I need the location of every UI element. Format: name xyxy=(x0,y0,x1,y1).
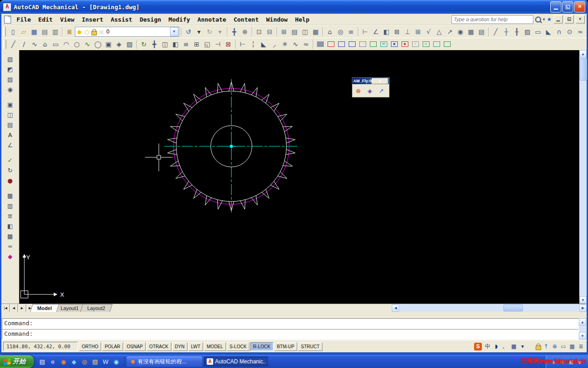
ime-mode-icon[interactable]: ◗ xyxy=(492,343,500,351)
menu-window[interactable]: Window xyxy=(262,15,291,24)
ime-keyboard-icon[interactable]: ▦ xyxy=(510,343,518,351)
arc-icon[interactable]: ◠ xyxy=(61,40,71,49)
text-ixi-icon[interactable]: IXI xyxy=(379,40,389,49)
open-folder-icon[interactable]: ▱ xyxy=(18,27,28,37)
layer-freeze-sun-icon[interactable]: ○ xyxy=(84,27,90,37)
vertical-scrollbar-thumb[interactable] xyxy=(580,58,587,80)
chamfer-tool-icon[interactable]: ◣ xyxy=(543,27,554,37)
am-table-icon[interactable]: ▦ xyxy=(5,190,16,201)
am-options-icon[interactable]: ⊞ xyxy=(279,27,289,37)
save-icon[interactable]: ▦ xyxy=(29,27,39,37)
status-toggle-polar[interactable]: POLAR xyxy=(102,342,123,351)
spline-icon[interactable]: ∿ xyxy=(82,40,92,49)
construction-lines-icon[interactable]: ╱ xyxy=(491,27,501,37)
explode-icon[interactable]: ✳ xyxy=(280,40,290,49)
document-icon[interactable] xyxy=(4,16,11,23)
feature-control-frame-icon[interactable]: ⊞ xyxy=(413,27,423,37)
undo-dropdown-icon[interactable]: ▾ xyxy=(194,27,204,37)
polyline-icon[interactable]: ∿ xyxy=(29,40,40,49)
am-calculations-icon[interactable]: ≡ xyxy=(346,27,356,37)
menu-assist[interactable]: Assist xyxy=(107,15,136,24)
vertical-scrollbar[interactable]: ▲ ▼ xyxy=(579,50,587,304)
am-content-icon[interactable]: ◎ xyxy=(335,27,345,37)
toolbar-grip[interactable] xyxy=(3,40,6,49)
zoom-realtime-icon[interactable]: ⊕ xyxy=(240,27,250,37)
array-icon[interactable]: ⊞ xyxy=(192,40,202,49)
command-scroll-up-button[interactable]: ▲ xyxy=(579,318,586,326)
offset-icon[interactable]: ≡ xyxy=(181,40,191,49)
layer-dropdown-icon[interactable]: ▼ xyxy=(170,27,178,36)
am-fly-titlebar[interactable]: AM_Fly:0 × xyxy=(352,78,389,84)
new-file-icon[interactable]: ▯ xyxy=(8,27,18,37)
status-toggle-dyn[interactable]: DYN xyxy=(172,342,187,351)
viewport-gray-icon[interactable] xyxy=(315,40,325,49)
tab-layout2[interactable]: Layout2 xyxy=(80,304,113,312)
copy-object-icon[interactable]: ◫ xyxy=(160,40,170,49)
comm-center-icon[interactable]: ⊕ xyxy=(551,343,559,351)
grid-red-icon[interactable]: ▦ xyxy=(400,40,410,49)
ime-punctuation-icon[interactable]: 。 xyxy=(501,343,509,351)
am-fly-palette[interactable]: AM_Fly:0 × ⊛◈↗ xyxy=(352,77,390,98)
am-text-icon[interactable]: A xyxy=(5,130,16,140)
search-icon[interactable] xyxy=(535,17,541,23)
am-shade-icon[interactable]: ▩ xyxy=(5,231,16,241)
status-toggle-ortho[interactable]: ORTHO xyxy=(79,342,101,351)
thread-tool-icon[interactable]: ≈ xyxy=(575,27,585,37)
dot-red-icon[interactable]: • xyxy=(410,40,420,49)
fillet-tool-icon[interactable]: ∩ xyxy=(554,27,564,37)
zoom-window-icon[interactable]: ⊡ xyxy=(254,27,264,37)
command-scroll-down-button[interactable]: ▼ xyxy=(579,332,586,339)
viewport-gray-2-icon[interactable] xyxy=(357,40,368,49)
tab-nav-button-0[interactable]: |◀ xyxy=(1,304,10,312)
am-fly-close-button[interactable]: × xyxy=(372,78,388,84)
plot-icon[interactable]: ▤ xyxy=(40,27,50,37)
ellipse-icon[interactable]: ◯ xyxy=(93,40,103,49)
status-toggle-struct[interactable]: STRUCT xyxy=(298,342,322,351)
scroll-down-button[interactable]: ▼ xyxy=(579,296,587,304)
chamfer-icon[interactable]: ◣ xyxy=(259,40,269,49)
power-edit-icon[interactable]: ∠ xyxy=(371,27,381,37)
qq-icon[interactable]: ◉ xyxy=(112,357,121,366)
status-toggle-model[interactable]: MODEL xyxy=(204,342,226,351)
balloon-icon[interactable]: ◉ xyxy=(455,27,465,37)
status-toggle-lwt[interactable]: LWT xyxy=(188,342,203,351)
grid-display-icon[interactable]: ▦ xyxy=(568,343,576,351)
am-list-icon[interactable]: ▥ xyxy=(5,201,16,211)
coordinate-readout[interactable]: 1184.80, 432.42, 0.00 xyxy=(3,342,78,351)
update-arrow-icon[interactable]: ↑ xyxy=(542,343,550,351)
browser-orange-icon[interactable]: ◉ xyxy=(59,357,68,366)
task-button-browser[interactable]: ◉ 有没有画链轮的程... xyxy=(127,356,202,367)
am-copy-icon[interactable]: ▣ xyxy=(5,99,16,109)
tab-nav-button-2[interactable]: ▶ xyxy=(18,304,26,312)
word-icon[interactable]: W xyxy=(101,357,110,366)
power-copy-icon[interactable]: ◧ xyxy=(381,27,391,37)
edit-polyline-icon[interactable]: ∿ xyxy=(290,40,300,49)
toolbar-grip[interactable] xyxy=(3,27,6,36)
media-player-icon[interactable]: ◎ xyxy=(80,357,89,366)
am-browser-icon[interactable]: ▧ xyxy=(5,54,16,64)
drawing-canvas[interactable]: YX AM_Fly:0 × ⊛◈↗ ▲ ▼ xyxy=(19,50,587,304)
power-erase-icon[interactable]: ⊠ xyxy=(392,27,402,37)
search-dropdown-icon[interactable]: ▾ xyxy=(543,17,545,22)
erase-icon[interactable]: ⊠ xyxy=(223,40,233,49)
minimize-button[interactable]: ▁ xyxy=(550,1,561,12)
document-restore-button[interactable]: ◱ xyxy=(565,15,574,23)
fly-gear-icon[interactable]: ⊛ xyxy=(353,86,363,96)
annotation-scale-icon[interactable]: ▭ xyxy=(560,343,567,351)
make-block-icon[interactable]: ◈ xyxy=(114,40,124,49)
rectangle-icon[interactable]: ▭ xyxy=(51,40,61,49)
line-icon[interactable]: ╱ xyxy=(8,40,18,49)
layer-on-bulb-icon[interactable]: ● xyxy=(76,27,83,37)
break-icon[interactable]: ╎ xyxy=(248,40,258,49)
internet-explorer-icon[interactable]: e xyxy=(48,357,57,366)
layout-blue-icon[interactable]: ▦ xyxy=(389,40,399,49)
parts-list-icon[interactable]: ▦ xyxy=(466,27,476,37)
menu-edit[interactable]: Edit xyxy=(34,15,56,24)
layer-lock-icon[interactable] xyxy=(91,31,97,35)
drawing-viewport[interactable]: YX xyxy=(19,50,587,304)
centerline-icon[interactable]: ╂ xyxy=(512,27,522,37)
menu-insert[interactable]: Insert xyxy=(78,15,107,24)
mirror-icon[interactable]: ◧ xyxy=(170,40,181,49)
edit-spline-icon[interactable]: ≈ xyxy=(301,40,311,49)
zoom-previous-icon[interactable]: ⊟ xyxy=(265,27,275,37)
